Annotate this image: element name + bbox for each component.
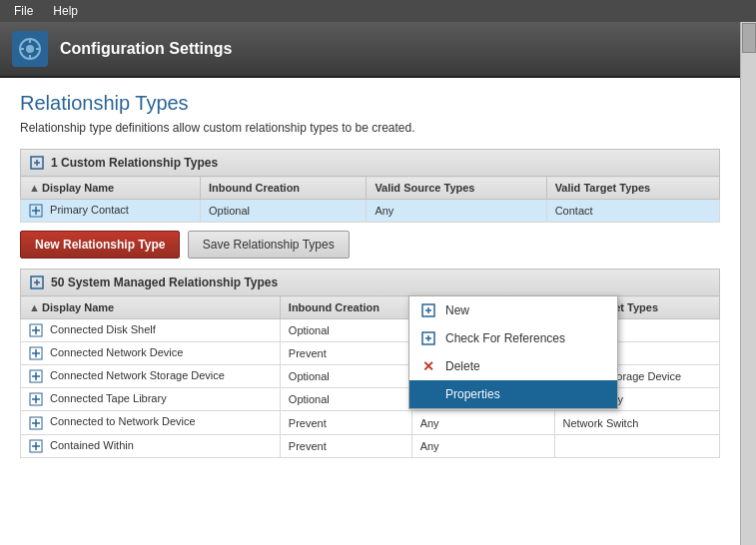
context-menu-properties[interactable]: Properties <box>409 380 617 408</box>
sys-row-icon-3 <box>29 392 43 406</box>
sys-row-icon-5 <box>29 439 43 453</box>
col-display-name-custom[interactable]: ▲ Display Name <box>21 177 201 200</box>
col-target-custom[interactable]: Valid Target Types <box>546 177 719 200</box>
sys-cell-name-5: Contained Within <box>21 434 281 457</box>
save-relationship-button[interactable]: Save Relationship Types <box>188 231 350 259</box>
scrollbar-track[interactable] <box>740 22 756 545</box>
menu-help[interactable]: Help <box>43 2 88 20</box>
sys-cell-name-4: Connected to Network Device <box>21 411 281 434</box>
context-delete-label: Delete <box>445 359 480 373</box>
app-header: Configuration Settings <box>0 22 756 78</box>
system-section-label: 50 System Managed Relationship Types <box>51 275 278 289</box>
new-icon <box>419 301 437 319</box>
sys-cell-name-2: Connected Network Storage Device <box>21 365 281 388</box>
context-new-label: New <box>445 303 469 317</box>
cell-inbound-0: Optional <box>201 200 367 223</box>
sys-cell-inbound-5: Prevent <box>280 434 411 457</box>
new-relationship-button[interactable]: New Relationship Type <box>20 231 180 259</box>
cell-source-0: Any <box>367 200 546 223</box>
sys-row-icon-0 <box>29 323 43 337</box>
sort-arrow-custom: ▲ <box>29 182 39 194</box>
sys-cell-inbound-4: Prevent <box>280 411 411 434</box>
action-buttons: New Relationship Type Save Relationship … <box>20 231 720 259</box>
sys-cell-name-3: Connected Tape Library <box>21 388 281 411</box>
page-title: Relationship Types <box>20 92 720 115</box>
main-content: Relationship Types Relationship type def… <box>0 78 740 545</box>
table-row[interactable]: Primary Contact Optional Any Contact <box>21 200 720 223</box>
sys-row-icon-1 <box>29 346 43 360</box>
sys-cell-target-5 <box>554 434 720 457</box>
cell-target-0: Contact <box>546 200 719 223</box>
page-description: Relationship type definitions allow cust… <box>20 121 720 135</box>
sys-cell-target-4: Network Switch <box>554 411 720 434</box>
cell-name-0: Primary Contact <box>21 200 201 223</box>
svg-point-1 <box>26 45 34 53</box>
sys-cell-name-0: Connected Disk Shelf <box>21 319 281 342</box>
context-menu-new[interactable]: New <box>409 296 617 324</box>
sys-cell-inbound-3: Optional <box>280 388 411 411</box>
sys-cell-inbound-0: Optional <box>280 319 411 342</box>
delete-icon: ✕ <box>419 357 437 375</box>
context-menu: New Check For References ✕ Delete Proper… <box>408 295 618 409</box>
custom-relationship-table: ▲ Display Name Inbound Creation Valid So… <box>20 176 720 223</box>
col-source-custom[interactable]: Valid Source Types <box>367 177 546 200</box>
col-inbound-custom[interactable]: Inbound Creation <box>201 177 367 200</box>
properties-spacer <box>419 385 437 403</box>
header-icon <box>12 31 48 67</box>
sys-row-icon-4 <box>29 416 43 430</box>
context-menu-delete[interactable]: ✕ Delete <box>409 352 617 380</box>
scrollbar-thumb[interactable] <box>742 23 756 53</box>
context-properties-label: Properties <box>445 387 500 401</box>
sort-arrow-sys: ▲ <box>29 301 39 313</box>
sys-cell-source-5: Any <box>411 434 554 457</box>
row-icon-0 <box>29 204 43 218</box>
menu-file[interactable]: File <box>4 2 43 20</box>
sys-cell-inbound-2: Optional <box>280 365 411 388</box>
menu-bar: File Help <box>0 0 756 22</box>
table-row[interactable]: Contained Within Prevent Any <box>21 434 720 457</box>
context-menu-check-refs[interactable]: Check For References <box>409 324 617 352</box>
context-check-label: Check For References <box>445 331 565 345</box>
header-title: Configuration Settings <box>60 40 232 58</box>
custom-section-icon <box>29 155 45 171</box>
check-refs-icon <box>419 329 437 347</box>
sys-cell-inbound-1: Prevent <box>280 342 411 365</box>
sys-row-icon-2 <box>29 369 43 383</box>
sys-cell-source-4: Any <box>411 411 554 434</box>
col-inbound-sys[interactable]: Inbound Creation <box>280 296 411 319</box>
sys-cell-name-1: Connected Network Device <box>21 342 281 365</box>
system-section-icon <box>29 274 45 290</box>
table-row[interactable]: Connected to Network Device Prevent Any … <box>21 411 720 434</box>
system-section-header: 50 System Managed Relationship Types <box>20 269 720 295</box>
custom-section-label: 1 Custom Relationship Types <box>51 156 218 170</box>
col-display-name-sys[interactable]: ▲ Display Name <box>21 296 281 319</box>
custom-section-header: 1 Custom Relationship Types <box>20 149 720 176</box>
